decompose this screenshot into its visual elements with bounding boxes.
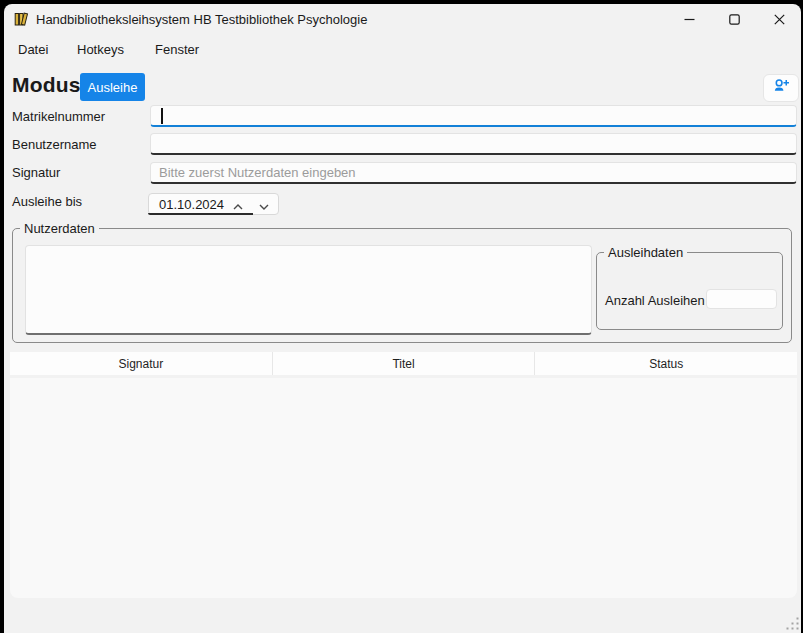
date-increment-button[interactable] <box>231 198 245 212</box>
nutzerdaten-textarea[interactable] <box>25 245 592 335</box>
add-user-button[interactable] <box>763 74 799 102</box>
title-bar: Handbibliotheksleihsystem HB Testbibliot… <box>4 4 801 34</box>
anzahl-ausleihen-label: Anzahl Ausleihen <box>605 293 705 308</box>
date-decrement-button[interactable] <box>257 198 271 212</box>
window-title: Handbibliotheksleihsystem HB Testbibliot… <box>36 12 367 27</box>
ausleihe-bis-date-picker[interactable]: 01.10.2024 <box>148 193 279 215</box>
menu-item-datei[interactable]: Datei <box>18 42 48 57</box>
table-body-empty <box>10 378 797 598</box>
signatur-input[interactable] <box>150 162 797 184</box>
library-books-icon <box>14 11 30 27</box>
maximize-button[interactable] <box>712 4 756 34</box>
benutzername-label: Benutzername <box>12 137 97 152</box>
column-header-titel[interactable]: Titel <box>273 352 536 375</box>
minimize-button[interactable] <box>667 4 711 34</box>
benutzername-input[interactable] <box>150 133 797 155</box>
app-window: Handbibliotheksleihsystem HB Testbibliot… <box>4 4 801 633</box>
close-button[interactable] <box>757 4 801 34</box>
matrikelnummer-label: Matrikelnummer <box>12 109 105 124</box>
date-value[interactable]: 01.10.2024 <box>159 197 224 212</box>
nutzerdaten-group-title: Nutzerdaten <box>20 221 99 236</box>
anzahl-ausleihen-input[interactable] <box>706 289 777 309</box>
modus-heading: Modus <box>12 73 81 97</box>
chevron-up-icon <box>233 196 243 214</box>
menu-item-hotkeys[interactable]: Hotkeys <box>77 42 124 57</box>
chevron-down-icon <box>259 196 269 214</box>
matrikelnummer-input[interactable] <box>150 105 797 127</box>
table-header-row: Signatur Titel Status <box>10 352 797 375</box>
column-header-signatur[interactable]: Signatur <box>10 352 273 375</box>
ausleihdaten-group-title: Ausleihdaten <box>604 245 687 260</box>
column-header-status[interactable]: Status <box>535 352 797 375</box>
text-cursor <box>161 108 163 124</box>
ausleihe-bis-label: Ausleihe bis <box>12 194 82 209</box>
resize-grip-icon[interactable] <box>786 616 799 629</box>
ausleihe-mode-button[interactable]: Ausleihe <box>80 73 145 101</box>
person-add-icon <box>772 77 791 99</box>
menu-item-fenster[interactable]: Fenster <box>155 42 199 57</box>
signatur-label: Signatur <box>12 165 60 180</box>
